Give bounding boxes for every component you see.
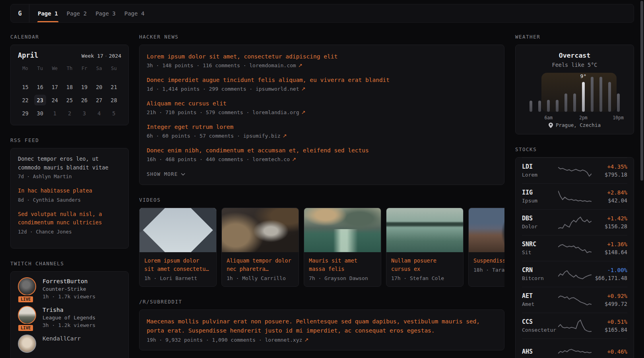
external-link-icon: ↗ bbox=[301, 109, 306, 115]
video-thumbnail[interactable] bbox=[386, 208, 463, 252]
hackernews-section: HACKER NEWS Lorem ipsum dolor sit amet, … bbox=[139, 34, 504, 185]
weather-hour-column bbox=[588, 77, 596, 112]
weather-temp-bar bbox=[538, 101, 541, 112]
stock-row[interactable]: IIG Ipsum +2.84% $42.04 bbox=[522, 183, 627, 209]
video-title[interactable]: Nullam posuere cursus ex bbox=[391, 257, 458, 273]
rss-item-title[interactable]: Sed volutpat nulla nisl, a condimentum n… bbox=[18, 210, 121, 227]
channel-game: League of Legends bbox=[43, 314, 95, 321]
stock-row[interactable]: SNRC Sit +1.36% $148.64 bbox=[522, 235, 627, 261]
twitch-channel-row[interactable]: LIVE Trisha League of Legends 3h · 1.2k … bbox=[18, 306, 121, 329]
video-thumbnail[interactable] bbox=[469, 208, 504, 252]
app-logo[interactable]: G bbox=[11, 4, 29, 22]
video-title[interactable]: Mauris sit amet massa felis bbox=[309, 257, 376, 273]
avatar-wrap bbox=[18, 335, 37, 353]
video-meta: 7h · Grayson Dawson bbox=[309, 275, 376, 281]
calendar-day: 2 bbox=[62, 107, 77, 119]
twitch-channel-row[interactable]: KendallCarr bbox=[18, 335, 121, 353]
page-tab[interactable]: Page 4 bbox=[120, 4, 149, 22]
page-tab[interactable]: Page 2 bbox=[62, 4, 91, 22]
weather-current-temp: 9° bbox=[580, 73, 587, 79]
calendar-day: 22 bbox=[18, 94, 33, 106]
hackernews-item-title[interactable]: Aliquam nec cursus elit bbox=[147, 99, 497, 108]
page-tab[interactable]: Page 1 bbox=[33, 4, 62, 22]
hackernews-item-title[interactable]: Lorem ipsum dolor sit amet, consectetur … bbox=[147, 52, 497, 61]
video-title[interactable]: Suspendisse diam bbox=[473, 257, 504, 265]
twitch-channel-row[interactable]: LIVE ForrestBurton Counter-Strike 1h · 1… bbox=[18, 277, 121, 300]
avatar[interactable] bbox=[18, 277, 36, 296]
stocks-section-title: STOCKS bbox=[515, 146, 634, 152]
stock-row[interactable]: LDI Lorem +4.35% $795.18 bbox=[522, 158, 627, 183]
stock-name: Bitcorn bbox=[522, 274, 558, 282]
rss-item-title[interactable]: In hac habitasse platea bbox=[18, 187, 121, 195]
stock-id: IIG Ipsum bbox=[522, 189, 558, 204]
stock-row[interactable]: AHS +0.46% bbox=[522, 339, 627, 358]
hackernews-item-title[interactable]: Integer eget rutrum lorem bbox=[147, 123, 497, 131]
video-title[interactable]: Aliquam tempor dolor nec pharetra… bbox=[227, 257, 294, 273]
subreddit-section: /R/SUBREDDIT Maecenas mollis pulvinar er… bbox=[139, 299, 504, 350]
weather-section-title: WEATHER bbox=[515, 34, 634, 40]
weather-temp-bar bbox=[599, 77, 602, 112]
avatar-wrap: LIVE bbox=[18, 306, 37, 329]
page-tabs: Page 1 Page 2 Page 3 Page 4 bbox=[29, 4, 149, 22]
calendar-weekday: Su bbox=[107, 66, 121, 74]
stock-row[interactable]: CCS Consectetur +0.51% $165.84 bbox=[522, 313, 627, 339]
rss-item: Sed volutpat nulla nisl, a condimentum n… bbox=[18, 210, 121, 236]
stock-price: $165.84 bbox=[592, 326, 628, 334]
video-thumbnail[interactable] bbox=[222, 208, 299, 252]
channel-name[interactable]: Trisha bbox=[43, 306, 95, 314]
stock-name: Consectetur bbox=[522, 326, 558, 334]
calendar-day: 17 bbox=[47, 81, 62, 93]
weather-temp-bar bbox=[530, 101, 532, 112]
stock-id: SNRC Sit bbox=[522, 240, 558, 256]
video-thumbnail[interactable] bbox=[304, 208, 381, 252]
dot-separator: · bbox=[103, 53, 109, 59]
video-meta: 1h · Lori Barnett bbox=[144, 275, 211, 281]
avatar[interactable] bbox=[18, 306, 36, 324]
video-card: Nullam posuere cursus ex 17h · Stefan Co… bbox=[386, 208, 464, 287]
stock-row[interactable]: AET Amet +0.92% $499.72 bbox=[522, 287, 627, 313]
scrollbar-thumb[interactable] bbox=[640, 1, 643, 181]
stock-row[interactable]: DBS Dolor +1.42% $156.28 bbox=[522, 209, 627, 235]
avatar[interactable] bbox=[18, 335, 36, 353]
hackernews-item-meta: 1d · 1,414 points · 299 comments · ipsum… bbox=[147, 85, 497, 93]
channel-name[interactable]: KendallCarr bbox=[43, 335, 81, 342]
weather-temp-bar bbox=[582, 82, 585, 112]
live-badge: LIVE bbox=[17, 295, 34, 304]
stock-sparkline bbox=[558, 318, 592, 334]
video-thumbnail[interactable] bbox=[140, 208, 216, 252]
stock-change: -1.00% bbox=[592, 266, 628, 274]
avatar-wrap: LIVE bbox=[18, 277, 37, 300]
subreddit-post-title[interactable]: Maecenas mollis pulvinar erat non posuer… bbox=[147, 317, 497, 335]
channel-name[interactable]: ForrestBurton bbox=[43, 277, 95, 285]
external-link-icon: ↗ bbox=[298, 62, 303, 68]
hackernews-item-title[interactable]: Donec imperdiet augue tincidunt felis al… bbox=[147, 76, 497, 84]
weather-temp-bar bbox=[564, 93, 567, 112]
stock-symbol: SNRC bbox=[522, 240, 558, 249]
video-title[interactable]: Lorem ipsum dolor sit amet consectetu… bbox=[144, 257, 211, 273]
hackernews-show-more-button[interactable]: SHOW MORE bbox=[147, 171, 185, 177]
hackernews-item-meta: 16h · 468 points · 440 comments · loremt… bbox=[147, 155, 497, 163]
stock-row[interactable]: CRN Bitcorn -1.00% $66,171.48 bbox=[522, 261, 627, 287]
weather-time-label: 2pm bbox=[579, 115, 588, 121]
subreddit-post-meta: 19h · 9,932 points · 1,090 comments · lo… bbox=[147, 337, 497, 343]
rss-item-title[interactable]: Donec tempor eros leo, ut commodo mauris… bbox=[18, 155, 121, 172]
weather-time-label: 6am bbox=[544, 115, 553, 121]
stock-sparkline bbox=[558, 240, 592, 256]
hackernews-item-title[interactable]: Donec enim nibh, condimentum et accumsan… bbox=[147, 146, 497, 155]
stock-id: DBS Dolor bbox=[522, 214, 558, 230]
calendar-weekday: Mo bbox=[18, 66, 33, 74]
calendar-weekday: Sa bbox=[92, 66, 107, 74]
stock-id: CRN Bitcorn bbox=[522, 266, 558, 282]
stock-sparkline bbox=[558, 266, 592, 282]
hackernews-section-title: HACKER NEWS bbox=[139, 34, 504, 40]
page-tab-label: Page 2 bbox=[67, 10, 87, 17]
calendar-day: 18 bbox=[62, 81, 77, 93]
calendar-year: 2024 bbox=[109, 53, 121, 59]
calendar-month: April bbox=[18, 51, 38, 59]
weather-location: Prague, Czechia bbox=[556, 122, 601, 128]
hackernews-item-meta: 3h · 148 points · 116 comments · loremdo… bbox=[147, 61, 497, 70]
hackernews-item-meta: 21h · 710 points · 579 comments · loreml… bbox=[147, 108, 497, 117]
rss-item-meta: 7d · Ashlyn Martin bbox=[18, 173, 121, 181]
page-tab[interactable]: Page 3 bbox=[91, 4, 120, 22]
calendar-widget: April Week 17·2024 Mo Tu We Th bbox=[10, 45, 129, 125]
